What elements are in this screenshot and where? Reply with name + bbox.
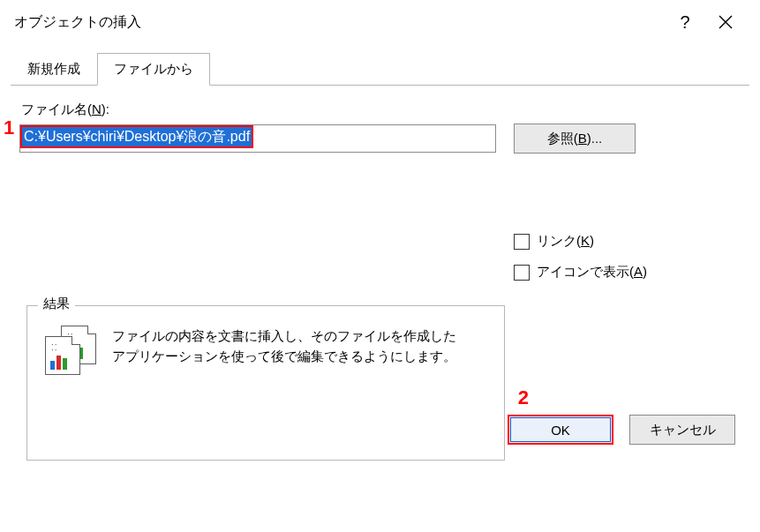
cancel-button[interactable]: キャンセル <box>629 415 735 445</box>
ok-button[interactable]: OK <box>508 415 613 445</box>
title-bar: オブジェクトの挿入 ? <box>0 0 760 44</box>
tab-strip: 新規作成 ファイルから <box>11 53 760 86</box>
help-button[interactable]: ? <box>665 4 705 40</box>
content-area: ファイル名(N): 1 C:¥Users¥chiri¥Desktop¥浪の音.p… <box>0 86 760 461</box>
annotation-1: 1 <box>4 116 14 139</box>
close-icon <box>719 15 733 29</box>
link-checkbox-label: リンク(K) <box>537 233 594 250</box>
checkbox-group: リンク(K) アイコンで表示(A) <box>514 233 741 281</box>
tab-from-file[interactable]: ファイルから <box>97 53 210 86</box>
browse-button[interactable]: 参照(B)... <box>514 124 636 154</box>
close-button[interactable] <box>705 4 746 40</box>
embed-object-icon: ···· ···· <box>45 326 96 375</box>
checkbox-icon <box>514 265 530 281</box>
window-title: オブジェクトの挿入 <box>14 13 665 32</box>
display-as-icon-label: アイコンで表示(A) <box>537 264 647 281</box>
filename-label: ファイル名(N): <box>21 101 741 118</box>
display-as-icon-checkbox[interactable]: アイコンで表示(A) <box>514 264 741 281</box>
dialog-footer: 2 OK キャンセル <box>0 415 760 445</box>
result-legend: 結果 <box>38 296 75 312</box>
filename-input-wrap: C:¥Users¥chiri¥Desktop¥浪の音.pdf <box>19 124 496 153</box>
result-description: ファイルの内容を文書に挿入し、そのファイルを作成したアプリケーションを使って後で… <box>112 326 465 367</box>
link-checkbox[interactable]: リンク(K) <box>514 233 741 250</box>
checkbox-icon <box>514 234 530 250</box>
tab-new[interactable]: 新規作成 <box>11 53 97 86</box>
filename-row: 1 C:¥Users¥chiri¥Desktop¥浪の音.pdf 参照(B)..… <box>19 124 741 154</box>
annotation-highlight: C:¥Users¥chiri¥Desktop¥浪の音.pdf <box>20 125 253 148</box>
